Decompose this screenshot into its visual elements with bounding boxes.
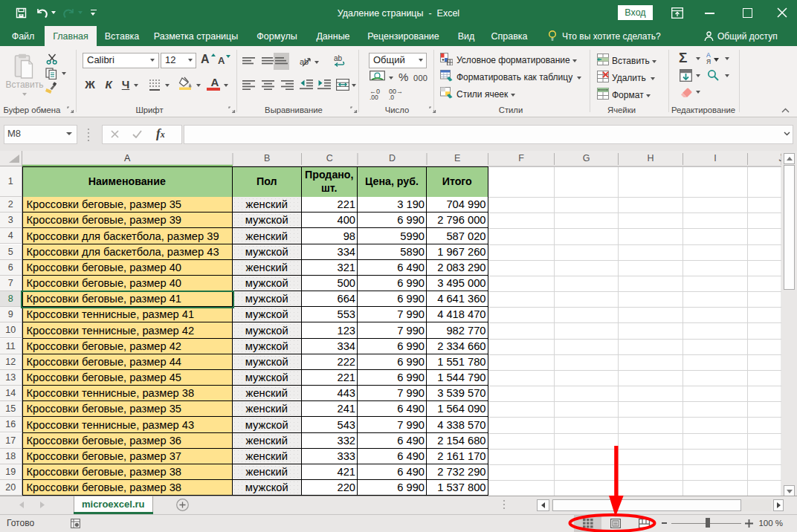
svg-text:ab: ab: [334, 54, 343, 62]
svg-text:Я: Я: [706, 58, 711, 65]
svg-text:,00: ,00: [370, 94, 378, 100]
svg-text:,0: ,0: [389, 94, 394, 100]
